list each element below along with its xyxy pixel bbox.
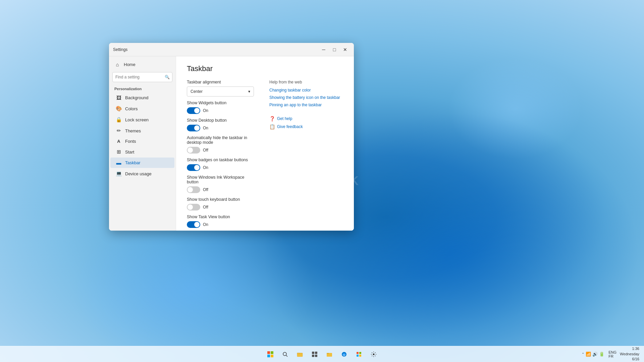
system-tray: ⌃ 📶 🔊 🔋 <box>579 352 607 357</box>
sidebar-item-lock-screen[interactable]: 🔒 Lock screen <box>110 114 174 125</box>
svg-rect-15 <box>357 352 359 354</box>
page-title: Taskbar <box>187 64 343 73</box>
task-view-toggle[interactable] <box>187 221 200 228</box>
minimize-button[interactable]: ─ <box>319 46 328 53</box>
sidebar-item-colors[interactable]: 🎨 Colors <box>110 103 174 114</box>
sidebar-home-label: Home <box>124 62 136 67</box>
edge-browser-button[interactable] <box>337 348 351 361</box>
taskbar-alignment-label: Taskbar alignment <box>187 80 256 84</box>
date-display: Wednesday6/16 <box>620 352 639 362</box>
badges-toggle-block: Show badges on taskbar buttons On <box>187 158 256 171</box>
widgets-toggle-block: Show Widgets button On <box>187 101 256 114</box>
search-button[interactable] <box>278 348 292 361</box>
auto-hide-toggle[interactable] <box>187 147 200 154</box>
taskbar-center-icons <box>264 348 380 361</box>
get-help-action[interactable]: ❓ Get help <box>269 116 343 121</box>
title-bar: Settings ─ □ ✕ <box>109 43 354 56</box>
settings-area: Taskbar alignment Center ▾ Show Widgets … <box>187 80 256 231</box>
svg-rect-9 <box>315 352 317 354</box>
network-icon: 📶 <box>586 352 591 357</box>
svg-rect-16 <box>359 352 361 354</box>
taskbar-alignment-group: Taskbar alignment Center ▾ <box>187 80 256 97</box>
touch-keyboard-toggle-block: Show touch keyboard button Off <box>187 197 256 210</box>
auto-hide-toggle-wrap: Off <box>187 147 256 154</box>
help-title: Help from the web <box>269 80 343 84</box>
yellow-folder-button[interactable] <box>323 348 336 361</box>
lang-secondary: FR <box>608 354 616 358</box>
auto-hide-label: Automatically hide the taskbar in deskto… <box>187 135 256 145</box>
desktop-toggle-block: Show Desktop button On <box>187 118 256 131</box>
maximize-button[interactable]: □ <box>330 46 339 53</box>
window-body: ⌂ Home 🔍 Personalization 🖼 Background 🎨 … <box>109 56 354 231</box>
lock-icon: 🔒 <box>116 117 122 123</box>
settings-button[interactable] <box>367 348 380 361</box>
feedback-icon: 📋 <box>269 124 275 129</box>
help-link-taskbar-color[interactable]: Changing taskbar color <box>269 88 343 93</box>
touch-keyboard-label: Show touch keyboard button <box>187 197 256 202</box>
sidebar-item-background[interactable]: 🖼 Background <box>110 93 174 103</box>
svg-rect-7 <box>297 353 300 354</box>
svg-rect-0 <box>267 351 270 354</box>
sidebar-item-taskbar[interactable]: ▬ Taskbar <box>110 158 174 168</box>
taskbar-alignment-dropdown[interactable]: Center ▾ <box>187 86 254 97</box>
clock-display[interactable]: 1:36 Wednesday6/16 <box>618 345 641 362</box>
badges-toggle[interactable] <box>187 164 200 171</box>
task-view-button[interactable] <box>308 348 321 361</box>
desktop-toggle[interactable] <box>187 125 200 131</box>
svg-rect-17 <box>357 355 359 357</box>
svg-rect-2 <box>267 355 270 357</box>
close-button[interactable]: ✕ <box>340 46 350 53</box>
sidebar-section-label: Personalization <box>109 84 176 92</box>
widgets-toggle-wrap: On <box>187 107 256 114</box>
windows-taskbar: ⌃ 📶 🔊 🔋 ENG FR 1:36 Wednesday6/16 <box>0 346 644 362</box>
widgets-state: On <box>203 108 208 113</box>
svg-rect-10 <box>312 355 314 357</box>
search-icon: 🔍 <box>165 75 170 79</box>
svg-rect-18 <box>359 355 361 357</box>
lang-display: ENG FR <box>608 350 616 358</box>
sidebar-item-device-usage[interactable]: 💻 Device usage <box>110 168 174 179</box>
task-view-toggle-block: Show Task View button On <box>187 215 256 228</box>
sidebar-taskbar-label: Taskbar <box>125 160 141 165</box>
touch-keyboard-toggle-wrap: Off <box>187 204 256 210</box>
sidebar-start-label: Start <box>125 149 134 155</box>
start-menu-button[interactable] <box>264 348 277 361</box>
sidebar-fonts-label: Fonts <box>125 139 136 144</box>
give-feedback-action[interactable]: 📋 Give feedback <box>269 124 343 129</box>
desktop-toggle-wrap: On <box>187 125 256 131</box>
svg-rect-13 <box>327 353 329 354</box>
search-input[interactable] <box>112 72 172 82</box>
desktop-btn-label: Show Desktop button <box>187 118 256 123</box>
ink-workspace-toggle-wrap: Off <box>187 186 256 193</box>
main-content: Taskbar Taskbar alignment Center ▾ Show … <box>176 56 354 231</box>
home-icon: ⌂ <box>114 62 120 67</box>
file-explorer-button[interactable] <box>293 348 307 361</box>
start-icon: ⊞ <box>116 149 122 155</box>
auto-hide-state: Off <box>203 148 208 153</box>
tray-arrow[interactable]: ⌃ <box>582 352 584 356</box>
colors-icon: 🎨 <box>116 106 122 112</box>
help-link-pin-app[interactable]: Pinning an app to the taskbar <box>269 103 343 107</box>
lang-indicator: ENG FR <box>608 350 616 358</box>
svg-line-5 <box>286 355 287 357</box>
ink-workspace-label: Show Windows Ink Workspace button <box>187 175 256 184</box>
ink-workspace-toggle[interactable] <box>187 186 200 193</box>
store-button[interactable] <box>352 348 366 361</box>
task-view-state: On <box>203 222 208 227</box>
help-link-battery-icon[interactable]: Showing the battery icon on the taskbar <box>269 95 343 100</box>
sidebar-item-themes[interactable]: ✏ Themes <box>110 125 174 136</box>
dropdown-value: Center <box>191 89 203 94</box>
taskbar-icon: ▬ <box>116 160 122 166</box>
sidebar-item-start[interactable]: ⊞ Start <box>110 146 174 157</box>
task-view-toggle-wrap: On <box>187 221 256 228</box>
svg-point-19 <box>373 353 375 355</box>
sidebar-item-fonts[interactable]: A Fonts <box>110 136 174 146</box>
svg-rect-3 <box>271 355 273 357</box>
sidebar-lockscreen-label: Lock screen <box>125 117 149 122</box>
sidebar-themes-label: Themes <box>125 128 141 133</box>
svg-rect-11 <box>315 355 317 357</box>
touch-keyboard-toggle[interactable] <box>187 204 200 210</box>
widgets-toggle[interactable] <box>187 107 200 114</box>
background-icon: 🖼 <box>116 95 122 101</box>
sidebar-item-home[interactable]: ⌂ Home <box>109 59 176 70</box>
